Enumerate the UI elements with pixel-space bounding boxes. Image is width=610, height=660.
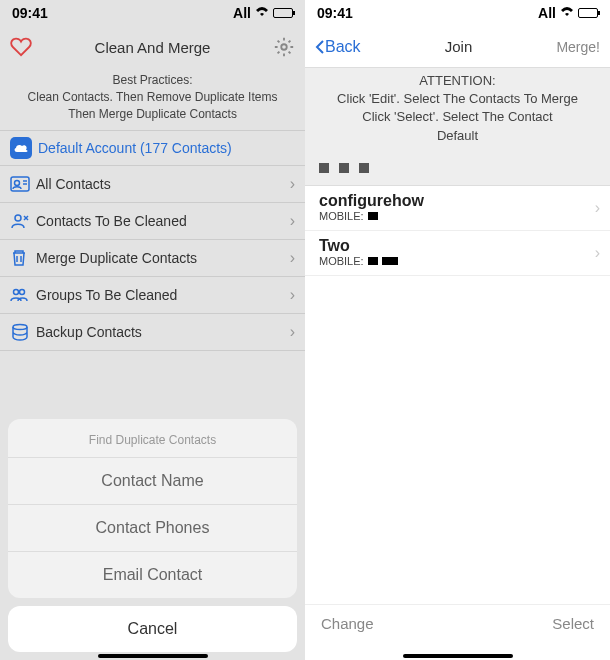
svg-point-8: [14, 290, 19, 295]
contacts-icon: [10, 176, 36, 192]
svg-point-9: [20, 290, 25, 295]
bp-line1: Best Practices:: [4, 72, 301, 89]
back-button[interactable]: Back: [315, 38, 361, 56]
back-label: Back: [325, 38, 361, 56]
carrier-label: All: [538, 5, 556, 21]
bp-line3: Then Merge Duplicate Contacts: [4, 106, 301, 123]
redacted-icon: [368, 257, 378, 265]
nav-bar: Clean And Merge: [0, 26, 305, 68]
menu-label: Contacts To Be Cleaned: [36, 213, 290, 229]
menu-label: Backup Contacts: [36, 324, 290, 340]
menu-contacts-to-clean[interactable]: Contacts To Be Cleaned ›: [0, 203, 305, 240]
group-clean-icon: [10, 287, 36, 303]
person-clean-icon: [10, 213, 36, 229]
nav-title: Clean And Merge: [95, 39, 211, 56]
mobile-label: MOBILE:: [319, 210, 364, 222]
sheet-contact-name[interactable]: Contact Name: [8, 457, 297, 504]
redacted-icon: [368, 212, 378, 220]
sheet-email-contact[interactable]: Email Contact: [8, 551, 297, 598]
contact-row-2[interactable]: Two MOBILE: ›: [305, 231, 610, 276]
heart-icon[interactable]: [10, 36, 32, 58]
svg-point-5: [15, 215, 21, 221]
nav-title: Join: [445, 38, 473, 55]
dot-icon: [339, 163, 349, 173]
attention-line1: Click 'Edit'. Select The Contacts To Mer…: [311, 90, 604, 108]
sheet-contact-phones[interactable]: Contact Phones: [8, 504, 297, 551]
contact-name: configurehow: [319, 192, 596, 210]
change-button[interactable]: Change: [321, 615, 374, 632]
battery-icon: [578, 8, 598, 18]
menu-label: Groups To Be Cleaned: [36, 287, 290, 303]
chevron-left-icon: [315, 39, 325, 55]
backup-icon: [10, 323, 36, 341]
select-button[interactable]: Select: [552, 615, 594, 632]
redacted-icon: [382, 257, 398, 265]
section-indicator: [305, 151, 610, 186]
svg-point-0: [281, 44, 287, 50]
chevron-right-icon: ›: [290, 212, 295, 230]
menu-all-contacts[interactable]: All Contacts ›: [0, 166, 305, 203]
default-account-row[interactable]: Default Account (177 Contacts): [0, 130, 305, 166]
dot-icon: [359, 163, 369, 173]
left-phone-screen: 09:41 All Clean And Merge Best Practices…: [0, 0, 305, 660]
sheet-cancel-button[interactable]: Cancel: [8, 606, 297, 652]
status-right: All: [233, 5, 293, 21]
menu-backup-contacts[interactable]: Backup Contacts ›: [0, 314, 305, 351]
mobile-label: MOBILE:: [319, 255, 364, 267]
chevron-right-icon: ›: [290, 175, 295, 193]
battery-icon: [273, 8, 293, 18]
status-time: 09:41: [317, 5, 353, 21]
action-sheet: Find Duplicate Contacts Contact Name Con…: [8, 419, 297, 652]
account-label: Default Account (177 Contacts): [38, 140, 232, 156]
status-bar: 09:41 All: [305, 0, 610, 26]
gear-icon[interactable]: [273, 36, 295, 58]
contact-name: Two: [319, 237, 596, 255]
chevron-right-icon: ›: [595, 199, 600, 217]
status-bar: 09:41 All: [0, 0, 305, 26]
chevron-right-icon: ›: [595, 244, 600, 262]
contact-mobile: MOBILE:: [319, 210, 596, 222]
svg-point-2: [15, 181, 20, 186]
best-practices: Best Practices: Clean Contacts. Then Rem…: [0, 68, 305, 130]
menu-label: All Contacts: [36, 176, 290, 192]
wifi-icon: [560, 5, 574, 21]
menu-label: Merge Duplicate Contacts: [36, 250, 290, 266]
attention-line3: Default: [311, 127, 604, 145]
merge-button[interactable]: Merge!: [556, 39, 600, 55]
sheet-options: Find Duplicate Contacts Contact Name Con…: [8, 419, 297, 598]
cloud-icon: [10, 137, 32, 159]
trash-icon: [10, 249, 36, 267]
svg-point-10: [13, 325, 27, 330]
chevron-right-icon: ›: [290, 286, 295, 304]
attention-banner: ATTENTION: Click 'Edit'. Select The Cont…: [305, 68, 610, 151]
status-time: 09:41: [12, 5, 48, 21]
home-indicator[interactable]: [403, 654, 513, 658]
home-indicator[interactable]: [98, 654, 208, 658]
contact-row-1[interactable]: configurehow MOBILE: ›: [305, 186, 610, 231]
bottom-toolbar: Change Select: [305, 604, 610, 642]
wifi-icon: [255, 5, 269, 21]
sheet-title: Find Duplicate Contacts: [8, 419, 297, 457]
right-phone-screen: 09:41 All Back Join Merge! ATTENTION: Cl…: [305, 0, 610, 660]
attention-title: ATTENTION:: [311, 72, 604, 90]
chevron-right-icon: ›: [290, 323, 295, 341]
dot-icon: [319, 163, 329, 173]
menu-groups-to-clean[interactable]: Groups To Be Cleaned ›: [0, 277, 305, 314]
menu-merge-duplicate[interactable]: Merge Duplicate Contacts ›: [0, 240, 305, 277]
carrier-label: All: [233, 5, 251, 21]
nav-bar: Back Join Merge!: [305, 26, 610, 68]
status-right: All: [538, 5, 598, 21]
chevron-right-icon: ›: [290, 249, 295, 267]
bp-line2: Clean Contacts. Then Remove Duplicate It…: [4, 89, 301, 106]
contact-mobile: MOBILE:: [319, 255, 596, 267]
attention-line2: Click 'Select'. Select The Contact: [311, 108, 604, 126]
